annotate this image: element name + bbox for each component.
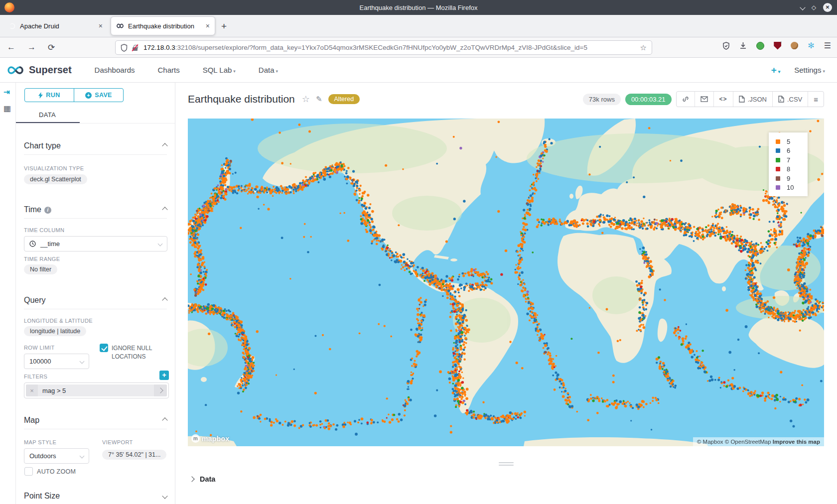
- expand-icon[interactable]: [162, 493, 167, 499]
- run-save-group: RUN + SAVE: [24, 88, 124, 102]
- collapse-icon[interactable]: [162, 417, 167, 423]
- section-query[interactable]: Query: [24, 291, 167, 309]
- extension-asterisk-icon[interactable]: ✻: [808, 41, 814, 50]
- bolt-icon: [38, 92, 43, 99]
- copy-link-button[interactable]: [677, 92, 695, 107]
- new-tab-button[interactable]: +: [221, 21, 227, 32]
- nav-sql-lab[interactable]: SQL Lab▾: [203, 66, 236, 74]
- druid-favicon-icon: [8, 22, 16, 30]
- downloads-icon[interactable]: [739, 42, 747, 49]
- edit-properties-icon[interactable]: ✎: [316, 95, 322, 104]
- tab-close-icon[interactable]: ×: [99, 22, 103, 30]
- add-filter-button[interactable]: +: [159, 371, 169, 380]
- mapbox-logo[interactable]: m mapbox: [191, 434, 229, 443]
- reload-icon[interactable]: ⟳: [48, 42, 55, 53]
- pocket-shield-icon[interactable]: [722, 42, 730, 50]
- envelope-icon: [700, 96, 708, 102]
- forward-icon[interactable]: →: [27, 42, 36, 52]
- window-minimize-icon[interactable]: [800, 4, 805, 10]
- improve-map-link[interactable]: Improve this map: [773, 439, 820, 445]
- legend-swatch: [776, 185, 780, 190]
- section-chart-type[interactable]: Chart type: [24, 137, 167, 155]
- remove-filter-icon[interactable]: ×: [26, 384, 38, 396]
- window-maximize-icon[interactable]: ◇: [812, 4, 816, 11]
- nav-data[interactable]: Data▾: [259, 66, 278, 74]
- tab-close-icon[interactable]: ×: [206, 22, 210, 30]
- insecure-lock-icon[interactable]: [132, 43, 139, 52]
- more-options-button[interactable]: ≡: [808, 92, 824, 107]
- cookie-extension-icon[interactable]: [791, 42, 798, 49]
- file-icon: [739, 96, 745, 103]
- firefox-icon: [4, 2, 14, 12]
- superset-favicon-icon: [116, 22, 124, 30]
- file-icon: [778, 96, 784, 103]
- time-column-select[interactable]: __time: [24, 236, 167, 252]
- collapse-icon[interactable]: [162, 207, 167, 212]
- window-close-icon[interactable]: ✕: [823, 3, 832, 12]
- url-input[interactable]: 172.18.0.3 :32108/superset/explore/?form…: [115, 40, 652, 55]
- data-tab[interactable]: DATA: [16, 110, 175, 124]
- section-point-size[interactable]: Point Size: [24, 487, 167, 504]
- extension-green-icon[interactable]: [756, 42, 764, 50]
- chart-container: Earthquake distribution ☆ ✎ Altered 73k …: [175, 83, 837, 504]
- shield-permissions-icon[interactable]: [121, 44, 128, 52]
- filter-expand-icon[interactable]: [154, 384, 167, 396]
- tab-apache-druid[interactable]: Apache Druid ×: [3, 16, 108, 35]
- export-json-button[interactable]: .JSON: [733, 92, 773, 107]
- collapse-icon[interactable]: [162, 297, 167, 303]
- embed-code-button[interactable]: <>: [714, 92, 733, 107]
- legend-swatch: [776, 176, 780, 181]
- new-item-button[interactable]: +▾: [771, 65, 781, 76]
- ublock-icon[interactable]: 2: [774, 42, 781, 50]
- info-icon: i: [44, 207, 51, 214]
- section-map[interactable]: Map: [24, 411, 167, 429]
- deckgl-map[interactable]: 5 6 7 8 9 10 m mapbox © Mapbox © OpenStr…: [188, 119, 824, 446]
- map-style-select[interactable]: Outdoors: [24, 448, 89, 464]
- filters-label: FILTERS: [24, 374, 47, 379]
- email-button[interactable]: [695, 92, 714, 107]
- code-icon: <>: [719, 96, 727, 103]
- query-timer-badge: 00:00:03.21: [625, 94, 672, 105]
- resize-handle[interactable]: [499, 462, 514, 467]
- viewport-label: VIEWPORT: [102, 439, 133, 445]
- menu-icon[interactable]: ☰: [824, 41, 831, 50]
- lonlat-label: LONGITUDE & LATITUDE: [24, 318, 93, 324]
- menu-icon: ≡: [814, 95, 818, 104]
- nav-settings[interactable]: Settings▾: [794, 66, 825, 74]
- viz-type-value[interactable]: deck.gl Scatterplot: [24, 174, 87, 184]
- save-button[interactable]: + SAVE: [74, 89, 123, 102]
- back-icon[interactable]: ←: [7, 42, 15, 52]
- bookmark-star-icon[interactable]: ☆: [640, 43, 647, 52]
- section-time[interactable]: Timei: [24, 201, 167, 219]
- nav-dashboards[interactable]: Dashboards: [95, 66, 135, 74]
- ignore-null-checkbox[interactable]: [100, 344, 108, 352]
- favorite-star-icon[interactable]: ☆: [302, 94, 310, 105]
- filter-chip[interactable]: mag > 5: [38, 384, 154, 396]
- legend-swatch: [776, 139, 780, 144]
- time-column-label: TIME COLUMN: [24, 227, 64, 233]
- window-title: Earthquake distribution — Mozilla Firefo…: [0, 4, 837, 11]
- superset-brand[interactable]: Superset: [29, 64, 72, 76]
- auto-zoom-label: AUTO ZOOM: [37, 468, 76, 475]
- collapse-icon[interactable]: [162, 143, 167, 148]
- row-limit-select[interactable]: 100000: [24, 354, 89, 369]
- viewport-value[interactable]: 7° 35' 54.02" | 31...: [102, 450, 166, 460]
- export-csv-button[interactable]: .CSV: [773, 92, 808, 107]
- data-section-toggle[interactable]: Data: [190, 475, 215, 483]
- nav-charts[interactable]: Charts: [157, 66, 179, 74]
- run-button[interactable]: RUN: [25, 89, 74, 102]
- auto-zoom-checkbox[interactable]: [24, 467, 33, 476]
- chevron-down-icon: [80, 454, 85, 459]
- time-range-value[interactable]: No filter: [24, 264, 57, 274]
- legend-swatch: [776, 158, 780, 162]
- link-icon: [682, 96, 689, 103]
- window-titlebar: Earthquake distribution — Mozilla Firefo…: [0, 0, 837, 15]
- lonlat-value[interactable]: longitude | latitude: [24, 326, 86, 336]
- superset-logo-icon[interactable]: [6, 64, 25, 76]
- datasource-grid-icon[interactable]: ▦: [3, 104, 11, 113]
- browser-toolbar: ← → ⟳ 172.18.0.3 :32108/superset/explore…: [0, 37, 837, 58]
- clock-icon: [29, 241, 36, 247]
- expand-datasource-icon[interactable]: ⇥: [3, 88, 10, 97]
- tab-earthquake-distribution[interactable]: Earthquake distribution ×: [111, 16, 215, 35]
- row-limit-label: ROW LIMIT: [24, 345, 55, 351]
